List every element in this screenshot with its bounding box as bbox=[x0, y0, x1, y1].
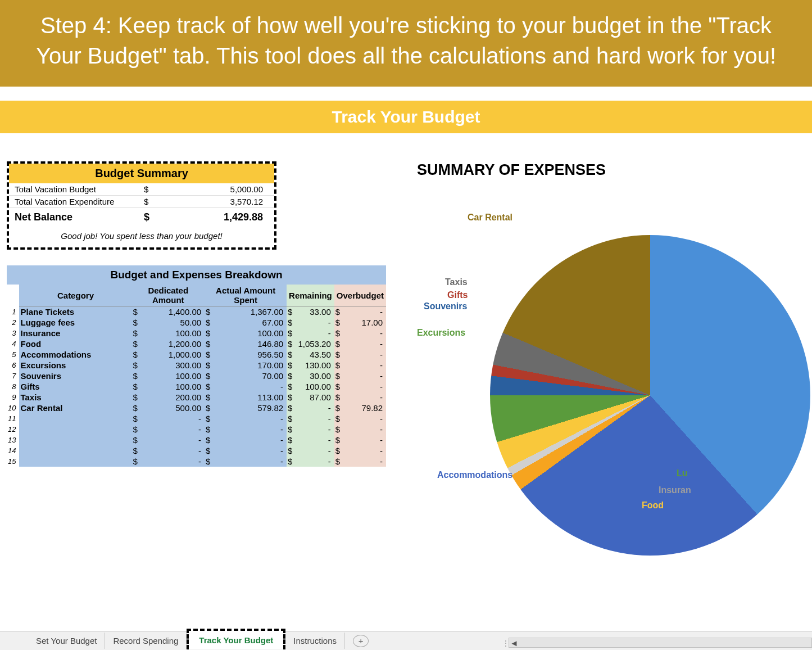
add-sheet-button[interactable]: + bbox=[353, 635, 369, 647]
summary-row-expenditure: Total Vacation Expenditure $ 3,570.12 bbox=[9, 196, 274, 208]
currency-symbol: $ bbox=[287, 413, 296, 424]
dedicated-value[interactable]: 100.00 bbox=[141, 381, 205, 392]
actual-value[interactable]: 956.50 bbox=[214, 349, 287, 360]
dedicated-value[interactable]: - bbox=[141, 435, 205, 445]
table-row[interactable]: 13$-$-$-$- bbox=[7, 435, 386, 445]
budget-summary-panel: Budget Summary Total Vacation Budget $ 5… bbox=[7, 161, 276, 250]
category-cell[interactable]: Insurance bbox=[19, 328, 131, 338]
currency-symbol: $ bbox=[334, 328, 343, 338]
category-cell[interactable] bbox=[19, 424, 131, 435]
table-row[interactable]: 4Food$1,200.00$146.80$1,053.20$- bbox=[7, 338, 386, 349]
dedicated-value[interactable]: 100.00 bbox=[141, 328, 205, 338]
overbudget-value: - bbox=[343, 360, 386, 371]
overbudget-value: - bbox=[343, 371, 386, 381]
dedicated-value[interactable]: 50.00 bbox=[141, 317, 205, 328]
actual-value[interactable]: 1,367.00 bbox=[214, 306, 287, 318]
category-cell[interactable]: Taxis bbox=[19, 392, 131, 403]
row-number: 11 bbox=[7, 413, 19, 424]
row-number: 1 bbox=[7, 306, 19, 318]
actual-value[interactable]: 70.00 bbox=[214, 371, 287, 381]
summary-label: Total Vacation Expenditure bbox=[15, 197, 144, 206]
remaining-value: - bbox=[296, 317, 334, 328]
dedicated-value[interactable]: 500.00 bbox=[141, 403, 205, 413]
table-row[interactable]: 12$-$-$-$- bbox=[7, 424, 386, 435]
actual-value[interactable]: 67.00 bbox=[214, 317, 287, 328]
dedicated-value[interactable]: - bbox=[141, 445, 205, 456]
dedicated-value[interactable]: 1,400.00 bbox=[141, 306, 205, 318]
remaining-value: 43.50 bbox=[296, 349, 334, 360]
currency-symbol: $ bbox=[205, 435, 214, 445]
dedicated-value[interactable]: 100.00 bbox=[141, 371, 205, 381]
actual-value[interactable]: 579.82 bbox=[214, 403, 287, 413]
actual-value[interactable]: - bbox=[214, 381, 287, 392]
row-number: 6 bbox=[7, 360, 19, 371]
actual-value[interactable]: - bbox=[214, 445, 287, 456]
currency-symbol: $ bbox=[205, 338, 214, 349]
table-row[interactable]: 11$-$-$-$- bbox=[7, 413, 386, 424]
category-cell[interactable]: Excursions bbox=[19, 360, 131, 371]
dedicated-value[interactable]: 200.00 bbox=[141, 392, 205, 403]
table-row[interactable]: 14$-$-$-$- bbox=[7, 445, 386, 456]
scroll-left-button[interactable]: ◄ bbox=[509, 638, 519, 648]
horizontal-scrollbar[interactable]: ⋮ ◄ bbox=[509, 638, 812, 648]
summary-value: 1,429.88 bbox=[161, 211, 269, 223]
table-row[interactable]: 2Luggage fees$50.00$67.00$-$17.00 bbox=[7, 317, 386, 328]
currency-symbol: $ bbox=[287, 424, 296, 435]
currency-symbol: $ bbox=[205, 403, 214, 413]
category-cell[interactable]: Souvenirs bbox=[19, 371, 131, 381]
tab-track-budget[interactable]: Track Your Budget bbox=[187, 629, 285, 649]
dedicated-value[interactable]: - bbox=[141, 424, 205, 435]
overbudget-value: - bbox=[343, 349, 386, 360]
header-category: Category bbox=[19, 285, 131, 306]
dedicated-value[interactable]: - bbox=[141, 413, 205, 424]
actual-value[interactable]: 113.00 bbox=[214, 392, 287, 403]
table-row[interactable]: 7Souvenirs$100.00$70.00$30.00$- bbox=[7, 371, 386, 381]
category-cell[interactable] bbox=[19, 435, 131, 445]
table-row[interactable]: 9Taxis$200.00$113.00$87.00$- bbox=[7, 392, 386, 403]
actual-value[interactable]: - bbox=[214, 413, 287, 424]
category-cell[interactable] bbox=[19, 456, 131, 467]
category-cell[interactable]: Accommodations bbox=[19, 349, 131, 360]
currency-symbol: $ bbox=[144, 197, 161, 206]
category-cell[interactable]: Plane Tickets bbox=[19, 306, 131, 318]
row-number: 2 bbox=[7, 317, 19, 328]
category-cell[interactable]: Gifts bbox=[19, 381, 131, 392]
scrollbar-grip-icon: ⋮ bbox=[502, 639, 510, 647]
tab-record-spending[interactable]: Record Spending bbox=[105, 633, 187, 649]
currency-symbol: $ bbox=[205, 392, 214, 403]
table-row[interactable]: 3Insurance$100.00$100.00$-$- bbox=[7, 328, 386, 338]
overbudget-value: - bbox=[343, 328, 386, 338]
table-row[interactable]: 1Plane Tickets$1,400.00$1,367.00$33.00$- bbox=[7, 306, 386, 318]
category-cell[interactable] bbox=[19, 445, 131, 456]
dedicated-value[interactable]: 300.00 bbox=[141, 360, 205, 371]
currency-symbol: $ bbox=[287, 338, 296, 349]
category-cell[interactable]: Luggage fees bbox=[19, 317, 131, 328]
table-row[interactable]: 5Accommodations$1,000.00$956.50$43.50$- bbox=[7, 349, 386, 360]
dedicated-value[interactable]: 1,000.00 bbox=[141, 349, 205, 360]
actual-value[interactable]: 100.00 bbox=[214, 328, 287, 338]
dedicated-value[interactable]: - bbox=[141, 456, 205, 467]
actual-value[interactable]: - bbox=[214, 424, 287, 435]
overbudget-value: - bbox=[343, 435, 386, 445]
currency-symbol: $ bbox=[334, 349, 343, 360]
actual-value[interactable]: 170.00 bbox=[214, 360, 287, 371]
table-row[interactable]: 10Car Rental$500.00$579.82$-$79.82 bbox=[7, 403, 386, 413]
currency-symbol: $ bbox=[287, 306, 296, 318]
actual-value[interactable]: 146.80 bbox=[214, 338, 287, 349]
actual-value[interactable]: - bbox=[214, 435, 287, 445]
category-cell[interactable]: Food bbox=[19, 338, 131, 349]
category-cell[interactable]: Car Rental bbox=[19, 403, 131, 413]
actual-value[interactable]: - bbox=[214, 456, 287, 467]
table-row[interactable]: 15$-$-$-$- bbox=[7, 456, 386, 467]
dedicated-value[interactable]: 1,200.00 bbox=[141, 338, 205, 349]
row-number: 10 bbox=[7, 403, 19, 413]
table-row[interactable]: 6Excursions$300.00$170.00$130.00$- bbox=[7, 360, 386, 371]
currency-symbol: $ bbox=[131, 317, 140, 328]
tab-instructions[interactable]: Instructions bbox=[285, 633, 345, 649]
table-row[interactable]: 8Gifts$100.00$-$100.00$- bbox=[7, 381, 386, 392]
currency-symbol: $ bbox=[205, 381, 214, 392]
tab-set-budget[interactable]: Set Your Budget bbox=[28, 633, 105, 649]
currency-symbol: $ bbox=[131, 413, 140, 424]
category-cell[interactable] bbox=[19, 413, 131, 424]
currency-symbol: $ bbox=[334, 338, 343, 349]
